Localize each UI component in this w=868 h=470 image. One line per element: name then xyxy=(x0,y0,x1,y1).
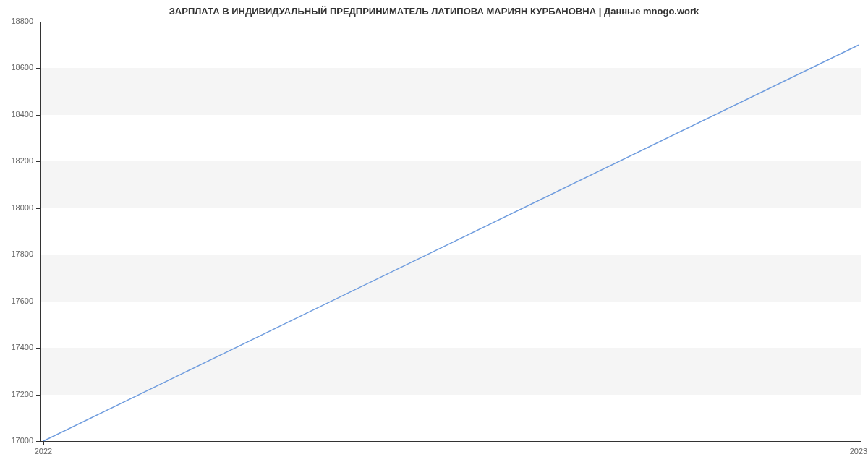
y-tick-mark xyxy=(36,348,41,349)
x-tick-mark xyxy=(859,441,859,445)
y-tick-label: 18600 xyxy=(11,63,33,72)
y-tick-mark xyxy=(36,395,41,396)
y-tick-mark xyxy=(36,302,41,302)
y-tick-mark xyxy=(36,22,41,22)
y-tick-label: 17200 xyxy=(11,390,33,398)
y-tick-mark xyxy=(36,441,41,442)
series-line xyxy=(43,45,859,441)
x-tick-mark xyxy=(43,441,44,445)
x-tick-label: 2023 xyxy=(844,447,868,456)
y-tick-label: 18000 xyxy=(11,203,33,212)
x-tick-label: 2022 xyxy=(29,447,58,456)
y-tick-label: 18800 xyxy=(11,17,33,25)
y-tick-label: 17000 xyxy=(11,436,33,445)
y-tick-label: 17600 xyxy=(11,296,33,305)
y-tick-label: 18200 xyxy=(11,156,33,165)
plot-area: 1700017200174001760017800180001820018400… xyxy=(40,22,861,442)
y-tick-mark xyxy=(36,68,41,69)
y-tick-label: 17800 xyxy=(11,249,33,258)
chart-line-layer xyxy=(41,22,861,441)
salary-chart: ЗАРПЛАТА В ИНДИВИДУАЛЬНЫЙ ПРЕДПРИНИМАТЕЛ… xyxy=(0,0,868,470)
y-tick-mark xyxy=(36,161,41,162)
y-tick-mark xyxy=(36,208,41,209)
y-tick-label: 17400 xyxy=(11,343,33,351)
y-tick-label: 18400 xyxy=(11,110,33,119)
y-tick-mark xyxy=(36,255,41,255)
y-tick-mark xyxy=(36,115,41,116)
chart-title: ЗАРПЛАТА В ИНДИВИДУАЛЬНЫЙ ПРЕДПРИНИМАТЕЛ… xyxy=(0,6,868,17)
